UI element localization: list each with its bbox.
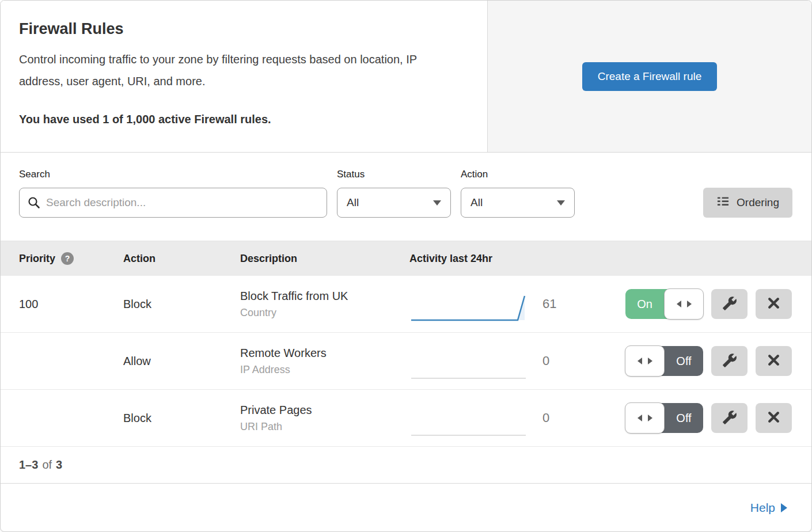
description-cell: Block Traffic from UK Country <box>240 290 409 319</box>
search-icon <box>27 196 41 212</box>
arrow-right-icon <box>687 301 692 307</box>
edit-rule-button[interactable] <box>711 346 748 376</box>
delete-rule-button[interactable] <box>756 403 792 433</box>
wrench-icon <box>722 410 737 427</box>
delete-rule-button[interactable] <box>756 289 792 319</box>
row-controls: Off <box>625 346 812 376</box>
rule-enabled-toggle[interactable]: Off <box>625 346 703 376</box>
action-group: Action All <box>461 169 575 218</box>
rule-enabled-toggle[interactable]: On <box>625 289 703 319</box>
toggle-state-label: On <box>625 289 664 319</box>
search-label: Search <box>19 169 327 180</box>
activity-sparkline <box>409 348 528 382</box>
status-label: Status <box>337 169 451 180</box>
ordering-button-label: Ordering <box>737 196 779 209</box>
description-cell: Remote Workers IP Address <box>240 347 409 376</box>
wrench-icon <box>722 296 737 313</box>
rule-enabled-toggle[interactable]: Off <box>625 403 703 433</box>
chevron-down-icon <box>433 200 441 206</box>
header-text-block: Firewall Rules Control incoming traffic … <box>1 1 487 152</box>
help-footer: Help <box>1 484 811 531</box>
header-action-panel: Create a Firewall rule <box>487 1 811 152</box>
list-icon <box>716 195 730 211</box>
arrow-right-icon <box>781 503 787 512</box>
page-description: Control incoming traffic to your zone by… <box>19 48 462 92</box>
arrow-right-icon <box>648 415 652 421</box>
ordering-button[interactable]: Ordering <box>703 188 792 218</box>
firewall-rules-panel: Firewall Rules Control incoming traffic … <box>0 0 812 532</box>
activity-count: 61 <box>542 297 556 311</box>
table-row: 100 Block Block Traffic from UK Country … <box>1 276 811 333</box>
arrow-right-icon <box>648 358 652 364</box>
action-value: Allow <box>123 355 240 368</box>
description-cell: Private Pages URI Path <box>240 404 409 433</box>
rule-match-type: IP Address <box>240 364 409 376</box>
row-controls: Off <box>625 403 812 433</box>
chevron-down-icon <box>557 200 565 206</box>
arrow-left-icon <box>638 415 642 421</box>
status-group: Status All <box>337 169 451 218</box>
toggle-state-label: Off <box>665 403 703 433</box>
priority-help-icon[interactable]: ? <box>61 252 74 265</box>
header-section: Firewall Rules Control incoming traffic … <box>1 1 811 153</box>
help-link-label: Help <box>750 501 775 515</box>
pagination-of-label: of <box>42 458 52 472</box>
status-select-value: All <box>347 196 359 209</box>
wrench-icon <box>722 353 737 370</box>
rule-match-type: Country <box>240 307 409 319</box>
action-select-value: All <box>470 196 483 209</box>
create-firewall-rule-button[interactable]: Create a Firewall rule <box>582 62 718 91</box>
toggle-knob[interactable] <box>664 288 704 320</box>
close-icon <box>767 353 781 369</box>
activity-count: 0 <box>542 354 549 368</box>
close-icon <box>767 296 781 312</box>
arrow-left-icon <box>677 301 681 307</box>
status-select[interactable]: All <box>337 188 451 218</box>
column-header-priority: Priority ? <box>1 252 123 265</box>
toggle-knob[interactable] <box>625 402 665 434</box>
activity-cell: 61 <box>409 287 625 321</box>
priority-value: 100 <box>1 298 123 311</box>
help-link[interactable]: Help <box>750 501 787 515</box>
arrow-left-icon <box>638 358 642 364</box>
page-title: Firewall Rules <box>19 20 464 38</box>
toggle-knob[interactable] <box>625 345 665 377</box>
filter-bar: Search Status All Action All <box>1 153 811 241</box>
search-input[interactable] <box>19 188 327 218</box>
table-header-row: Priority ? Action Description Activity l… <box>1 241 811 276</box>
row-controls: On <box>625 289 812 319</box>
action-value: Block <box>123 412 240 425</box>
action-label: Action <box>461 169 575 180</box>
activity-cell: 0 <box>409 344 625 378</box>
action-select[interactable]: All <box>461 188 575 218</box>
rule-description: Remote Workers <box>240 347 409 360</box>
action-value: Block <box>123 298 240 311</box>
activity-sparkline <box>409 405 528 439</box>
pagination-total: 3 <box>56 458 62 472</box>
edit-rule-button[interactable] <box>711 289 748 319</box>
pagination-summary: 1–3 of 3 <box>1 447 811 484</box>
rule-description: Private Pages <box>240 404 409 417</box>
table-row: Block Private Pages URI Path 0 Off <box>1 390 811 447</box>
delete-rule-button[interactable] <box>756 346 792 376</box>
usage-note: You have used 1 of 1,000 active Firewall… <box>19 113 464 126</box>
rule-description: Block Traffic from UK <box>240 290 409 303</box>
close-icon <box>767 410 781 426</box>
activity-sparkline <box>409 291 528 325</box>
activity-count: 0 <box>542 411 549 425</box>
column-header-description: Description <box>240 253 409 265</box>
toggle-state-label: Off <box>665 346 703 376</box>
activity-cell: 0 <box>409 401 625 435</box>
pagination-range: 1–3 <box>19 458 38 472</box>
column-header-activity: Activity last 24hr <box>409 253 625 265</box>
rule-match-type: URI Path <box>240 421 409 433</box>
table-row: Allow Remote Workers IP Address 0 Off <box>1 333 811 390</box>
column-header-action: Action <box>123 253 240 265</box>
edit-rule-button[interactable] <box>711 403 748 433</box>
search-group: Search <box>19 169 327 218</box>
